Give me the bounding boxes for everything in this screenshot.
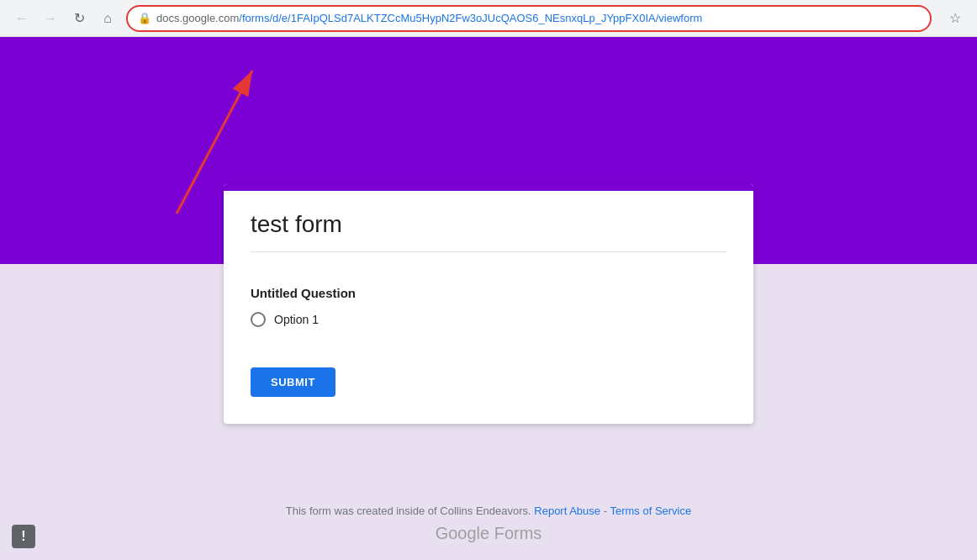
home-button[interactable]: ⌂: [96, 7, 119, 30]
question-label: Untitled Question: [251, 286, 726, 300]
nav-buttons: ← → ↻ ⌂: [10, 7, 119, 30]
report-abuse-link[interactable]: Report Abuse: [534, 505, 600, 517]
radio-option1[interactable]: [251, 312, 266, 327]
form-card-body: test form Untitled Question Option 1 SUB…: [224, 191, 753, 424]
footer-main-text: This form was created inside of Collins …: [286, 505, 531, 517]
url-text: docs.google.com/forms/d/e/1FAIpQLSd7ALKT…: [156, 12, 702, 24]
page-content: test form Untitled Question Option 1 SUB…: [0, 37, 977, 560]
option1-label: Option 1: [274, 313, 319, 326]
question-section: Untitled Question Option 1: [251, 272, 726, 347]
form-title: test form: [251, 211, 726, 252]
browser-chrome: ← → ↻ ⌂ 🔒 docs.google.com/forms/d/e/1FAI…: [0, 0, 977, 37]
submit-button[interactable]: SUBMIT: [251, 367, 335, 397]
footer: This form was created inside of Collins …: [0, 505, 977, 543]
footer-info: This form was created inside of Collins …: [0, 505, 977, 517]
url-base: docs.google.com: [156, 12, 239, 24]
lock-icon: 🔒: [138, 12, 151, 24]
google-forms-label: Google Forms: [436, 524, 542, 542]
bookmark-button[interactable]: ☆: [943, 7, 967, 30]
feedback-button[interactable]: !: [12, 525, 35, 548]
terms-of-service-link[interactable]: Terms of Service: [610, 505, 691, 517]
forward-button[interactable]: →: [39, 7, 62, 30]
reload-button[interactable]: ↻: [67, 7, 91, 30]
google-forms-logo: Google Forms: [0, 524, 977, 543]
form-card: test form Untitled Question Option 1 SUB…: [224, 184, 753, 424]
form-card-accent-bar: [224, 184, 753, 191]
address-bar[interactable]: 🔒 docs.google.com/forms/d/e/1FAIpQLSd7AL…: [126, 5, 932, 32]
footer-separator: -: [604, 505, 607, 517]
option-row: Option 1: [251, 312, 726, 327]
back-button[interactable]: ←: [10, 7, 34, 30]
url-path: /forms/d/e/1FAIpQLSd7ALKTZCcMu5HypN2Fw3o…: [239, 12, 702, 24]
